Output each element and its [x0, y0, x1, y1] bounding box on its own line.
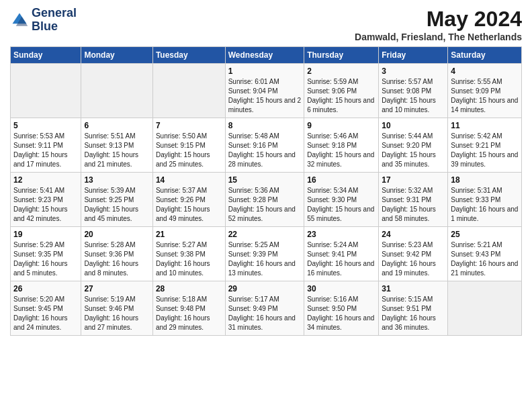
calendar-week-row: 5Sunrise: 5:53 AMSunset: 9:11 PMDaylight… — [11, 118, 522, 173]
logo-text: General Blue — [32, 7, 77, 34]
calendar-cell: 19Sunrise: 5:29 AMSunset: 9:35 PMDayligh… — [11, 227, 81, 281]
day-number: 13 — [84, 175, 149, 185]
day-number: 24 — [382, 230, 445, 239]
day-info: Sunrise: 5:51 AMSunset: 9:13 PMDaylight:… — [84, 132, 149, 169]
day-info: Sunrise: 5:19 AMSunset: 9:46 PMDaylight:… — [84, 295, 149, 332]
calendar-cell — [11, 64, 81, 118]
day-info: Sunrise: 5:17 AMSunset: 9:49 PMDaylight:… — [228, 295, 302, 332]
day-number: 17 — [382, 175, 445, 185]
calendar-cell: 5Sunrise: 5:53 AMSunset: 9:11 PMDaylight… — [11, 118, 81, 173]
day-info: Sunrise: 5:37 AMSunset: 9:26 PMDaylight:… — [156, 186, 222, 224]
day-number: 25 — [451, 230, 519, 239]
day-info: Sunrise: 5:50 AMSunset: 9:15 PMDaylight:… — [156, 132, 222, 169]
calendar-cell: 27Sunrise: 5:19 AMSunset: 9:46 PMDayligh… — [81, 281, 152, 336]
day-info: Sunrise: 5:44 AMSunset: 9:20 PMDaylight:… — [382, 132, 445, 169]
day-info: Sunrise: 5:36 AMSunset: 9:28 PMDaylight:… — [228, 186, 302, 224]
calendar-cell: 7Sunrise: 5:50 AMSunset: 9:15 PMDaylight… — [152, 118, 225, 173]
calendar-cell: 4Sunrise: 5:55 AMSunset: 9:09 PMDaylight… — [448, 64, 522, 118]
day-number: 21 — [156, 230, 222, 239]
day-number: 29 — [228, 284, 302, 293]
calendar-cell: 2Sunrise: 5:59 AMSunset: 9:06 PMDaylight… — [304, 64, 379, 118]
calendar-week-row: 1Sunrise: 6:01 AMSunset: 9:04 PMDaylight… — [11, 64, 522, 118]
day-info: Sunrise: 5:59 AMSunset: 9:06 PMDaylight:… — [307, 77, 375, 115]
calendar-cell: 25Sunrise: 5:21 AMSunset: 9:43 PMDayligh… — [448, 227, 522, 281]
calendar-week-row: 26Sunrise: 5:20 AMSunset: 9:45 PMDayligh… — [11, 281, 522, 336]
main-title: May 2024 — [355, 7, 522, 32]
calendar-cell: 12Sunrise: 5:41 AMSunset: 9:23 PMDayligh… — [11, 173, 81, 227]
day-number: 28 — [156, 284, 222, 293]
calendar-cell: 1Sunrise: 6:01 AMSunset: 9:04 PMDaylight… — [225, 64, 304, 118]
title-block: May 2024 Damwald, Friesland, The Netherl… — [355, 7, 522, 42]
calendar-cell: 17Sunrise: 5:32 AMSunset: 9:31 PMDayligh… — [379, 173, 448, 227]
day-number: 12 — [13, 175, 78, 185]
calendar-cell: 3Sunrise: 5:57 AMSunset: 9:08 PMDaylight… — [379, 64, 448, 118]
day-number: 11 — [451, 121, 519, 130]
day-info: Sunrise: 5:20 AMSunset: 9:45 PMDaylight:… — [13, 295, 78, 332]
calendar-cell: 24Sunrise: 5:23 AMSunset: 9:42 PMDayligh… — [379, 227, 448, 281]
day-number: 30 — [307, 284, 375, 293]
day-info: Sunrise: 5:34 AMSunset: 9:30 PMDaylight:… — [307, 186, 375, 224]
day-number: 19 — [13, 230, 78, 239]
weekday-header-cell: Friday — [379, 47, 448, 64]
subtitle: Damwald, Friesland, The Netherlands — [355, 32, 522, 42]
day-number: 23 — [307, 230, 375, 239]
day-info: Sunrise: 5:55 AMSunset: 9:09 PMDaylight:… — [451, 77, 519, 115]
day-info: Sunrise: 5:28 AMSunset: 9:36 PMDaylight:… — [84, 240, 149, 278]
weekday-header-cell: Sunday — [11, 47, 81, 64]
page-header: General Blue May 2024 Damwald, Friesland… — [10, 7, 522, 42]
calendar-cell: 23Sunrise: 5:24 AMSunset: 9:41 PMDayligh… — [304, 227, 379, 281]
day-number: 7 — [156, 121, 222, 130]
calendar-cell — [448, 281, 522, 336]
weekday-header-cell: Tuesday — [152, 47, 225, 64]
day-info: Sunrise: 5:25 AMSunset: 9:39 PMDaylight:… — [228, 240, 302, 278]
day-info: Sunrise: 5:27 AMSunset: 9:38 PMDaylight:… — [156, 240, 222, 278]
day-info: Sunrise: 5:29 AMSunset: 9:35 PMDaylight:… — [13, 240, 78, 278]
day-number: 6 — [84, 121, 149, 130]
day-info: Sunrise: 5:23 AMSunset: 9:42 PMDaylight:… — [382, 240, 445, 278]
day-number: 22 — [228, 230, 302, 239]
weekday-header-cell: Monday — [81, 47, 152, 64]
calendar-cell — [152, 64, 225, 118]
day-info: Sunrise: 5:48 AMSunset: 9:16 PMDaylight:… — [228, 132, 302, 169]
day-number: 8 — [228, 121, 302, 130]
weekday-header-cell: Wednesday — [225, 47, 304, 64]
calendar-cell: 10Sunrise: 5:44 AMSunset: 9:20 PMDayligh… — [379, 118, 448, 173]
logo-icon — [10, 11, 29, 30]
calendar-cell: 20Sunrise: 5:28 AMSunset: 9:36 PMDayligh… — [81, 227, 152, 281]
calendar-cell: 28Sunrise: 5:18 AMSunset: 9:48 PMDayligh… — [152, 281, 225, 336]
day-info: Sunrise: 5:15 AMSunset: 9:51 PMDaylight:… — [382, 295, 445, 332]
calendar-cell: 30Sunrise: 5:16 AMSunset: 9:50 PMDayligh… — [304, 281, 379, 336]
day-number: 10 — [382, 121, 445, 130]
day-number: 16 — [307, 175, 375, 185]
day-number: 15 — [228, 175, 302, 185]
calendar-cell: 9Sunrise: 5:46 AMSunset: 9:18 PMDaylight… — [304, 118, 379, 173]
calendar-table: SundayMondayTuesdayWednesdayThursdayFrid… — [10, 46, 522, 336]
day-info: Sunrise: 5:18 AMSunset: 9:48 PMDaylight:… — [156, 295, 222, 332]
day-info: Sunrise: 5:41 AMSunset: 9:23 PMDaylight:… — [13, 186, 78, 224]
weekday-header-row: SundayMondayTuesdayWednesdayThursdayFrid… — [11, 47, 522, 64]
day-number: 9 — [307, 121, 375, 130]
day-number: 14 — [156, 175, 222, 185]
day-number: 31 — [382, 284, 445, 293]
calendar-cell: 6Sunrise: 5:51 AMSunset: 9:13 PMDaylight… — [81, 118, 152, 173]
calendar-cell: 15Sunrise: 5:36 AMSunset: 9:28 PMDayligh… — [225, 173, 304, 227]
day-number: 18 — [451, 175, 519, 185]
weekday-header-cell: Thursday — [304, 47, 379, 64]
day-info: Sunrise: 5:53 AMSunset: 9:11 PMDaylight:… — [13, 132, 78, 169]
calendar-week-row: 19Sunrise: 5:29 AMSunset: 9:35 PMDayligh… — [11, 227, 522, 281]
logo: General Blue — [10, 7, 77, 34]
calendar-cell: 11Sunrise: 5:42 AMSunset: 9:21 PMDayligh… — [448, 118, 522, 173]
day-number: 2 — [307, 66, 375, 76]
calendar-body: 1Sunrise: 6:01 AMSunset: 9:04 PMDaylight… — [11, 64, 522, 336]
calendar-cell: 8Sunrise: 5:48 AMSunset: 9:16 PMDaylight… — [225, 118, 304, 173]
day-info: Sunrise: 5:32 AMSunset: 9:31 PMDaylight:… — [382, 186, 445, 224]
day-number: 4 — [451, 66, 519, 76]
calendar-cell: 26Sunrise: 5:20 AMSunset: 9:45 PMDayligh… — [11, 281, 81, 336]
day-number: 26 — [13, 284, 78, 293]
calendar-cell: 31Sunrise: 5:15 AMSunset: 9:51 PMDayligh… — [379, 281, 448, 336]
calendar-cell: 18Sunrise: 5:31 AMSunset: 9:33 PMDayligh… — [448, 173, 522, 227]
calendar-cell — [81, 64, 152, 118]
calendar-cell: 21Sunrise: 5:27 AMSunset: 9:38 PMDayligh… — [152, 227, 225, 281]
day-number: 3 — [382, 66, 445, 76]
calendar-cell: 16Sunrise: 5:34 AMSunset: 9:30 PMDayligh… — [304, 173, 379, 227]
